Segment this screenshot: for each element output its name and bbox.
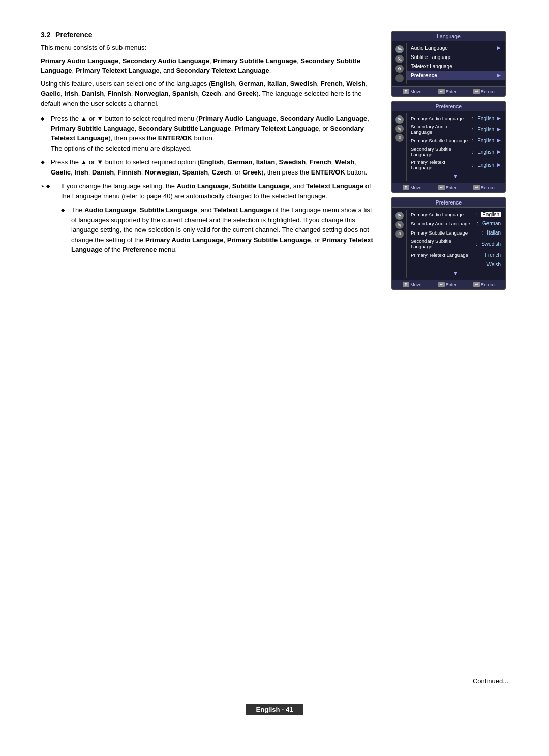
icon-satellite-3: 🛰 xyxy=(395,221,404,229)
preference-panel-2-header: Preference xyxy=(392,198,505,208)
icon-extra xyxy=(395,74,404,82)
arrow-bullet: If you change the language setting, the … xyxy=(41,181,376,201)
language-panel: Language 📡 🛰 ⚙ Audio Language xyxy=(391,31,506,97)
footer3-move: ⇕ Move xyxy=(403,282,421,287)
p2-row2: Secondary Audio Language : English ▶ xyxy=(407,123,505,136)
language-panel-header: Language xyxy=(392,32,505,41)
continued-text: Continued... xyxy=(473,677,508,685)
intro-bold: Primary Audio Language, Secondary Audio … xyxy=(41,56,376,76)
p2-row4: Secondary Subtitle Language : English ▶ xyxy=(407,145,505,158)
p3-down-arrow: ▼ xyxy=(407,269,505,278)
p3-row3: Primary Subtitle Language : Italian xyxy=(407,228,505,237)
footer3-return: ↩ Return xyxy=(473,282,495,287)
last-bullet: The Audio Language, Subtitle Language, a… xyxy=(61,205,376,255)
p3-row5: Primary Teletext Language : French xyxy=(407,250,505,259)
bullet-list: Press the ▲ or ▼ button to select requir… xyxy=(41,113,376,177)
footer2-enter: ↵ Enter xyxy=(438,185,457,190)
footer2-move: ⇕ Move xyxy=(403,185,421,190)
icon-satellite: 🛰 xyxy=(395,55,404,63)
icon-antenna-2: 📡 xyxy=(395,115,404,124)
panel1-row-audio: Audio Language ▶ xyxy=(407,43,505,52)
bullet-1: Press the ▲ or ▼ button to select requir… xyxy=(41,113,376,153)
intro-line2: Using this feature, users can select one… xyxy=(41,79,376,109)
p3-row1: Primary Audio Language : English xyxy=(407,210,505,219)
preference-panel-2: Preference 📡 🛰 ⚙ Primary Audio Language … xyxy=(391,197,506,290)
icon-settings-3: ⚙ xyxy=(395,230,404,238)
panel1-row-preference: Preference ▶ xyxy=(407,71,505,80)
intro-line1: This menu consists of 6 sub-menus: xyxy=(41,43,376,53)
icon-settings-2: ⚙ xyxy=(395,134,404,142)
icon-settings: ⚙ xyxy=(395,65,404,73)
tv-panels: Language 📡 🛰 ⚙ Audio Language xyxy=(391,31,508,290)
p2-row5: Primary Teletext Language : English ▶ xyxy=(407,158,505,171)
footer-enter: ↵ Enter xyxy=(438,89,457,94)
icon-satellite-2: 🛰 xyxy=(395,125,404,133)
section-title: Preference xyxy=(55,31,92,39)
p2-row1: Primary Audio Language : English ▶ xyxy=(407,113,505,123)
panel1-footer: ⇕ Move ↵ Enter ↩ Return xyxy=(392,86,505,96)
footer-return: ↩ Return xyxy=(473,89,495,94)
bullet-2: Press the ▲ or ▼ button to select requir… xyxy=(41,157,376,177)
footer-move: ⇕ Move xyxy=(403,89,421,94)
preference-panel-2-body: 📡 🛰 ⚙ Primary Audio Language : English xyxy=(392,208,505,280)
section-number: 3.2 xyxy=(41,31,50,39)
main-content: 3.2 Preference This menu consists of 6 s… xyxy=(41,31,376,259)
panel2-footer: ⇕ Move ↵ Enter ↩ Return xyxy=(392,183,505,192)
preference-panel-1-body: 📡 🛰 ⚙ Primary Audio Language : English ▶ xyxy=(392,111,505,183)
preference-panel-1-header: Preference xyxy=(392,102,505,111)
p3-row6: Welsh xyxy=(407,259,505,269)
p2-down-arrow: ▼ xyxy=(407,171,505,181)
icon-antenna-3: 📡 xyxy=(395,212,404,220)
footer2-return: ↩ Return xyxy=(473,185,495,190)
p2-row3: Primary Subtitle Language : English ▶ xyxy=(407,136,505,145)
panel3-footer: ⇕ Move ↵ Enter ↩ Return xyxy=(392,280,505,289)
panel1-row-subtitle: Subtitle Language xyxy=(407,52,505,62)
p3-row4: Secondary Subtitle Language : Swedish xyxy=(407,237,505,250)
sub-bullet-list: The Audio Language, Subtitle Language, a… xyxy=(41,205,376,255)
language-panel-body: 📡 🛰 ⚙ Audio Language ▶ Subtitle Lang xyxy=(392,41,505,86)
panel1-row-teletext: Teletext Language xyxy=(407,62,505,71)
preference-panel-1: Preference 📡 🛰 ⚙ Primary Audio Language … xyxy=(391,101,506,193)
icon-antenna: 📡 xyxy=(395,45,404,53)
footer3-enter: ↵ Enter xyxy=(438,282,457,287)
p3-row2: Secondary Audio Language : German xyxy=(407,219,505,228)
page-number: English - 41 xyxy=(246,704,303,715)
